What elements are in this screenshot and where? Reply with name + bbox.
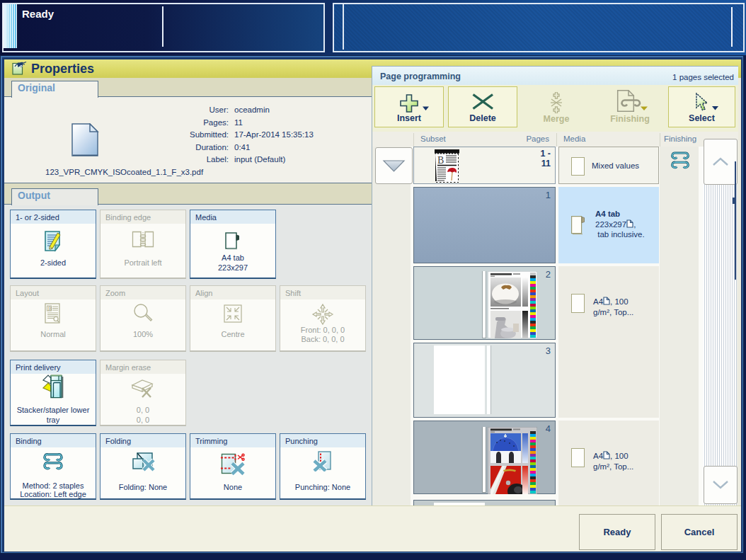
svg-text:B: B — [48, 306, 52, 312]
svg-text:B: B — [437, 155, 444, 166]
